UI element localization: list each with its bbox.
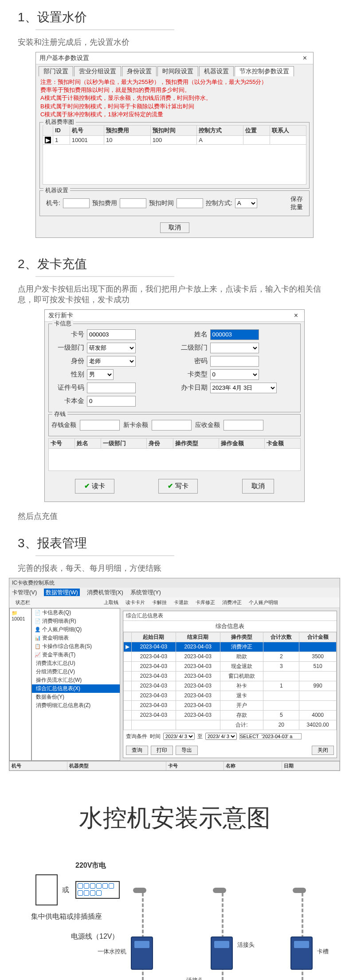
row-marker-icon: ▶ bbox=[45, 137, 51, 143]
table-row[interactable]: 2023-04-032023-04-03助款23500 bbox=[124, 652, 337, 661]
tab-identity[interactable]: 身份设置 bbox=[122, 66, 157, 76]
tree-item[interactable]: 综合汇总信息表(X) bbox=[32, 684, 120, 693]
tree-item[interactable]: 分组消费汇总(V) bbox=[32, 668, 120, 676]
machno-input[interactable] bbox=[63, 198, 90, 208]
pwd-input[interactable] bbox=[210, 356, 259, 367]
print-button[interactable]: 打印 bbox=[151, 746, 173, 755]
table-row[interactable]: 2023-04-032023-04-03开户 bbox=[124, 700, 337, 710]
close-icon[interactable]: × bbox=[300, 54, 310, 62]
toolbar-correct[interactable]: 卡库修正 bbox=[194, 598, 217, 607]
save-button[interactable]: 保存 bbox=[290, 195, 303, 203]
divider bbox=[35, 555, 314, 556]
gender-select[interactable]: 男 bbox=[87, 369, 114, 380]
gender-label: 性别 bbox=[51, 370, 87, 379]
toolbar-account[interactable]: 个人账户明细 bbox=[247, 598, 280, 607]
tree-item[interactable]: 📄消费明细表(R) bbox=[32, 617, 120, 625]
tab-machine[interactable]: 机器设置 bbox=[199, 66, 234, 76]
certno-label: 证件号码 bbox=[51, 383, 87, 392]
cardtype-select[interactable]: 0 bbox=[210, 369, 259, 380]
toolbar-refund[interactable]: 卡退款 bbox=[172, 598, 190, 607]
tree-item[interactable]: 📄卡信息表(Q) bbox=[32, 609, 120, 617]
query-button[interactable]: 查询 bbox=[126, 746, 148, 755]
date-to-select[interactable]: 2023/ 4/ 3 bbox=[205, 733, 237, 740]
cancel-button[interactable]: 取消 bbox=[242, 479, 274, 494]
tree-item[interactable]: 👤个人账户明细(Q) bbox=[32, 625, 120, 634]
identity-select[interactable]: 老师 bbox=[87, 356, 136, 367]
name-input[interactable] bbox=[210, 329, 259, 340]
water-controller-icon bbox=[131, 937, 153, 970]
table-row[interactable]: ▶ 1 10001 10 100 A bbox=[43, 135, 306, 144]
tree-item[interactable]: 操作员流水汇总(W) bbox=[32, 676, 120, 684]
dept2-select[interactable] bbox=[210, 343, 259, 353]
machno-label: 机号: bbox=[46, 199, 60, 207]
pwd-label: 密码 bbox=[175, 357, 210, 365]
tab-timespan[interactable]: 时间段设置 bbox=[157, 66, 198, 76]
table-row[interactable]: 2023-04-032023-04-03现金退款3510 bbox=[124, 661, 337, 671]
tree-root[interactable]: 10001 bbox=[12, 616, 29, 621]
tree-item[interactable]: 📈资金平衡表(T) bbox=[32, 651, 120, 659]
table-row[interactable]: 合计:2034020.00 bbox=[124, 720, 337, 730]
fee-input[interactable] bbox=[120, 198, 146, 208]
recv-input[interactable] bbox=[224, 420, 263, 431]
toolbar-unhook[interactable]: 卡解挂 bbox=[150, 598, 169, 607]
time-input[interactable] bbox=[176, 198, 203, 208]
date-select[interactable]: 2023年 4月 3日 bbox=[210, 383, 277, 393]
close-icon[interactable]: × bbox=[291, 312, 301, 320]
tab-water-control[interactable]: 节水控制参数设置 bbox=[235, 66, 294, 76]
tree-item[interactable]: 消费流水汇总(U) bbox=[32, 659, 120, 668]
power-box-icon bbox=[35, 874, 58, 905]
fee-label: 预扣费用 bbox=[92, 199, 117, 207]
menu-card[interactable]: 卡管理(V) bbox=[12, 589, 37, 596]
tree-item[interactable]: 消费明细汇总信息表(Z) bbox=[32, 701, 120, 710]
section3-desc: 完善的报表，每天、每月明细，方便结账 bbox=[18, 563, 331, 573]
cancel-button[interactable]: 取消 bbox=[160, 222, 189, 233]
certno-input[interactable] bbox=[87, 383, 136, 393]
read-card-button[interactable]: ✔读卡 bbox=[75, 479, 114, 494]
summary-subtitle: 综合信息表 bbox=[123, 621, 337, 632]
cardinfo-group-title: 卡信息 bbox=[52, 320, 73, 328]
dept1-select[interactable]: 研发部 bbox=[87, 343, 136, 353]
tree-item[interactable]: 📋卡操作综合信息表(S) bbox=[32, 642, 120, 651]
batch-button[interactable]: 批量 bbox=[290, 203, 303, 211]
principal-input[interactable] bbox=[87, 396, 136, 407]
sql-input[interactable] bbox=[239, 733, 302, 739]
toolbar-reverse[interactable]: 消费冲正 bbox=[220, 598, 243, 607]
mode-select[interactable]: A bbox=[235, 198, 257, 208]
name-label: 姓名 bbox=[175, 330, 210, 339]
date-from-select[interactable]: 2023/ 4/ 3 bbox=[163, 733, 195, 740]
dialog-title: 用户基本参数设置 bbox=[39, 54, 89, 62]
tab-group[interactable]: 营业分组设置 bbox=[74, 66, 121, 76]
menu-machine[interactable]: 消费机管理(X) bbox=[87, 589, 123, 596]
joint-label: 活接头 bbox=[237, 941, 255, 949]
toolbar-readcard[interactable]: 读卡卡片 bbox=[124, 598, 147, 607]
tree-item[interactable]: 数据备份(Y) bbox=[32, 693, 120, 701]
menu-system[interactable]: 系统管理(Y) bbox=[130, 589, 161, 596]
cardno-label: 卡号 bbox=[51, 330, 87, 339]
newbal-input[interactable] bbox=[152, 420, 192, 431]
tree-item[interactable]: 📊资金明细表 bbox=[32, 634, 120, 642]
report-window: IC卡收费控制系统 卡管理(V) 数据管理(W) 消费机管理(X) 系统管理(Y… bbox=[9, 578, 340, 771]
table-row[interactable]: ▶2023-04-032023-04-03消费冲正 bbox=[124, 642, 337, 652]
query-time-label: 时间 bbox=[150, 733, 161, 740]
table-row[interactable]: 2023-04-032023-04-03存款54000 bbox=[124, 710, 337, 720]
tab-dept[interactable]: 部门设置 bbox=[39, 66, 73, 76]
menubar: 卡管理(V) 数据管理(W) 消费机管理(X) 系统管理(Y) bbox=[9, 588, 340, 597]
toolbar-withdraw[interactable]: 上取钱 bbox=[102, 598, 120, 607]
menu-data[interactable]: 数据管理(W) bbox=[44, 589, 80, 596]
cardno-input[interactable] bbox=[87, 329, 136, 340]
table-row[interactable]: 2023-04-032023-04-03退卡 bbox=[124, 691, 337, 700]
table-row[interactable]: 2023-04-032023-04-03窗口机助款 bbox=[124, 671, 337, 681]
principal-label: 卡本金 bbox=[51, 397, 87, 405]
to-label: 至 bbox=[197, 733, 203, 740]
export-button[interactable]: 导出 bbox=[176, 746, 198, 755]
deposit-amt-input[interactable] bbox=[80, 420, 120, 431]
dialog-title: 发行新卡 bbox=[48, 312, 73, 320]
shower-head-icon bbox=[133, 888, 146, 893]
section2-title: 2、发卡充值 bbox=[18, 256, 331, 273]
tree-icon[interactable]: 📁 bbox=[12, 610, 29, 616]
close-button[interactable]: 关闭 bbox=[312, 746, 334, 755]
write-card-button[interactable]: ✔写卡 bbox=[158, 479, 198, 494]
divider bbox=[35, 29, 314, 30]
price-dialog: 用户基本参数设置 × 部门设置 营业分组设置 身份设置 时间段设置 机器设置 节… bbox=[35, 52, 314, 238]
table-row[interactable]: 2023-04-032023-04-03补卡1990 bbox=[124, 681, 337, 691]
